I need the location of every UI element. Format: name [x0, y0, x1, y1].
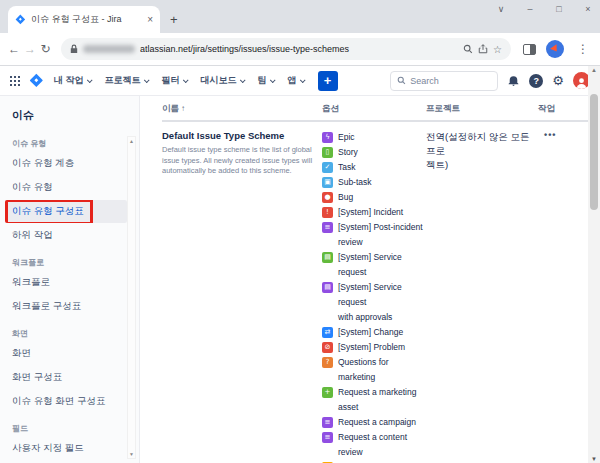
- table-header: 이름↑ 옵션 프로젝트 작업: [162, 96, 600, 122]
- sidebar-item[interactable]: 사용자 지정 필드: [5, 437, 127, 460]
- chevron-down-icon: [269, 77, 275, 83]
- tab-strip: 이슈 유형 구성표 - Jira × + ∨ – □ ×: [0, 0, 600, 33]
- sidebar-item[interactable]: 워크플로: [5, 271, 127, 294]
- sidebar-item[interactable]: 워크플로 구성표: [5, 295, 127, 318]
- share-icon[interactable]: [478, 44, 488, 54]
- column-header-name[interactable]: 이름↑: [162, 103, 322, 115]
- row-actions-button[interactable]: •••: [544, 130, 556, 140]
- tab-close-icon[interactable]: ×: [147, 14, 153, 25]
- sidebar-item[interactable]: 이슈 유형 계층: [5, 152, 127, 175]
- issue-type-item: ▯ Story: [322, 145, 426, 160]
- reload-button[interactable]: ↻: [40, 42, 51, 56]
- chrome-profile-avatar[interactable]: [546, 40, 564, 58]
- minimize-button[interactable]: –: [524, 4, 536, 14]
- issue-type-item: ? Questions for marketing: [322, 355, 426, 385]
- post-incident-review-icon: ≡: [322, 222, 333, 233]
- maximize-button[interactable]: □: [553, 4, 565, 14]
- column-header-projects: 프로젝트: [426, 103, 538, 115]
- sidebar-item[interactable]: 필드: [0, 414, 139, 437]
- sidebar-scrollbar[interactable]: ▲ ▼: [127, 136, 136, 459]
- lock-icon: [70, 44, 78, 54]
- browser-tab[interactable]: 이슈 유형 구성표 - Jira ×: [8, 6, 160, 33]
- settings-gear-icon[interactable]: ⚙: [552, 74, 564, 87]
- sidebar-item[interactable]: 이슈 유형 화면 구성표: [5, 390, 127, 413]
- search-input[interactable]: Search: [390, 71, 498, 91]
- url-text: atlassian.net/jira/settings/issues/issue…: [140, 44, 458, 54]
- tab-search-icon[interactable]: ∨: [495, 4, 507, 14]
- nav-menu-item[interactable]: 팀: [256, 71, 276, 90]
- issue-type-item: ≡ Request a campaign: [322, 415, 426, 430]
- close-button[interactable]: ×: [582, 4, 594, 14]
- forward-button[interactable]: →: [24, 42, 36, 56]
- question-icon: ?: [322, 357, 333, 368]
- issue-type-item: ▣ Sub-task: [322, 175, 426, 190]
- chevron-down-icon: [239, 77, 245, 83]
- search-placeholder: Search: [410, 76, 439, 86]
- app-switcher-icon[interactable]: [10, 76, 20, 86]
- scheme-description: Default issue type scheme is the list of…: [162, 145, 322, 177]
- nav-menu-item[interactable]: 프로젝트: [103, 71, 150, 90]
- sidebar-item[interactable]: 하위 작업: [5, 224, 127, 247]
- issue-type-item: ≡ [System] Post-incident review: [322, 220, 426, 250]
- issue-type-item: ▤ [System] Service request: [322, 250, 426, 280]
- search-icon: [397, 76, 406, 85]
- scroll-down-icon[interactable]: ▼: [588, 456, 600, 462]
- page-scrollbar[interactable]: ▲ ▼: [588, 66, 600, 463]
- issue-type-item: ⇄ [System] Change: [322, 325, 426, 340]
- issue-type-list: ϟ Epic ▯ Story ✓ Task: [322, 130, 426, 463]
- sidebar-item[interactable]: 화면: [0, 319, 139, 342]
- sidebar-title: 이슈: [0, 106, 139, 129]
- request-review-icon: ≡: [322, 432, 333, 443]
- create-button[interactable]: +: [318, 71, 338, 91]
- nav-menu-item[interactable]: 필터: [160, 71, 189, 90]
- issue-type-item: ϟ Epic: [322, 130, 426, 145]
- notifications-bell-icon[interactable]: [507, 74, 520, 87]
- main-menu: 내 작업 프로젝트 필터 대시보드 팀 앱: [52, 71, 306, 90]
- projects-cell: 전역(설정하지 않은 모든 프로 젝트): [426, 130, 538, 463]
- sidebar-item[interactable]: 워크플로: [0, 248, 139, 271]
- nav-menu-item[interactable]: 앱: [286, 71, 306, 90]
- side-panel-icon[interactable]: [523, 44, 536, 55]
- problem-icon: ⊘: [322, 342, 333, 353]
- sidebar-item[interactable]: 이슈 유형: [5, 176, 127, 199]
- zoom-page-icon[interactable]: [463, 44, 473, 54]
- issue-type-item: ✓ Task: [322, 160, 426, 175]
- epic-icon: ϟ: [322, 132, 333, 143]
- issue-type-item: ⊘ [System] Problem: [322, 340, 426, 355]
- scroll-up-icon[interactable]: ▲: [588, 67, 600, 73]
- jira-favicon-icon: [15, 14, 26, 25]
- new-tab-button[interactable]: +: [170, 12, 178, 27]
- sort-asc-icon: ↑: [181, 104, 185, 113]
- sidebar-nav: 이슈 유형 이슈 유형 계층 이슈 유형 이슈 유형 구성표: [0, 129, 139, 460]
- sidebar-item[interactable]: 이슈 유형: [0, 129, 139, 152]
- help-icon[interactable]: ?: [529, 74, 543, 88]
- back-button[interactable]: ←: [8, 42, 20, 56]
- scroll-down-icon[interactable]: ▼: [129, 451, 134, 457]
- incident-icon: !: [322, 207, 333, 218]
- bookmark-star-icon[interactable]: ☆: [493, 44, 502, 55]
- address-input[interactable]: atlassian.net/jira/settings/issues/issue…: [61, 38, 511, 60]
- sidebar-item[interactable]: 화면 구성표: [5, 366, 127, 389]
- chevron-down-icon: [182, 77, 188, 83]
- scrollbar-thumb[interactable]: [590, 94, 598, 210]
- table-row: Default Issue Type Scheme Default issue …: [162, 122, 600, 463]
- nav-menu-item[interactable]: 대시보드: [199, 71, 246, 90]
- tab-title: 이슈 유형 구성표 - Jira: [31, 13, 142, 26]
- nav-menu-item[interactable]: 내 작업: [52, 71, 93, 90]
- jira-navbar: 내 작업 프로젝트 필터 대시보드 팀 앱: [0, 66, 600, 96]
- sidebar-item[interactable]: 화면: [5, 342, 127, 365]
- chrome-menu-icon[interactable]: ⋮: [574, 42, 592, 56]
- sidebar-item[interactable]: 이슈 유형 구성표: [5, 200, 127, 223]
- chevron-down-icon: [86, 77, 92, 83]
- issue-type-item: ▤ [System] Service request with approval…: [322, 280, 426, 325]
- jira-logo-icon[interactable]: [29, 73, 44, 88]
- change-icon: ⇄: [322, 327, 333, 338]
- chevron-down-icon: [143, 77, 149, 83]
- scroll-up-icon[interactable]: ▲: [129, 138, 134, 144]
- scheme-name: Default Issue Type Scheme: [162, 130, 322, 141]
- scheme-table: 이름↑ 옵션 프로젝트 작업 Default Issue Type Scheme…: [140, 96, 600, 463]
- issue-type-item: ! [System] Incident: [322, 205, 426, 220]
- issue-type-item: + Request a marketing asset: [322, 385, 426, 415]
- issue-type-item: ● Bug: [322, 190, 426, 205]
- subtask-icon: ▣: [322, 177, 333, 188]
